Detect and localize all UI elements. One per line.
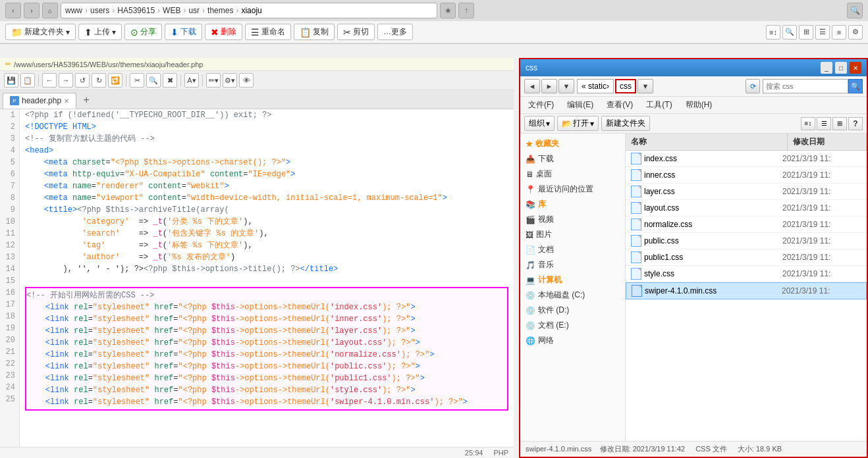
menu-view[interactable]: 查看(V) [603,98,637,112]
fe-forward-btn[interactable]: ► [541,79,557,93]
file-row-public1-css[interactable]: public1.css 2021/3/19 11: [626,249,867,266]
file-row-index-css[interactable]: index.css 2021/3/19 11: [626,151,867,167]
app-window: ‹ › ⌂ www › users › HA539615 › WEB › usr… [0,0,868,458]
search-toolbar-btn[interactable]: 🔍 [782,25,797,39]
col-date-header[interactable]: 修改日期 [788,134,867,150]
tree-recent[interactable]: 📍 最近访问的位置 [520,182,625,197]
file-row-inner-css[interactable]: inner.css 2021/3/19 11: [626,167,867,184]
nav-up-btn[interactable]: ↑ [458,3,474,18]
fe-path-dropdown-btn[interactable]: ▼ [637,79,653,93]
fe-new-folder-btn[interactable]: 新建文件夹 [601,116,650,131]
fe-search-input[interactable] [763,79,848,93]
tree-music[interactable]: 🎵 音乐 [520,257,625,272]
file-row-public-css[interactable]: public.css 2021/3/19 11: [626,233,867,249]
share-btn[interactable]: ⊙ 分享 [124,24,162,40]
bookmark2-btn[interactable]: ✂ [130,73,144,88]
tree-pictures[interactable]: 🖼 图片 [520,227,625,242]
tab-header-php[interactable]: P header.php ✕ [3,93,76,109]
file-date-3: 2021/3/19 11: [782,203,861,213]
fe-path-static[interactable]: « static › [577,79,614,93]
file-row-style-css[interactable]: style.css 2021/3/19 11: [626,266,867,282]
nav-home-btn[interactable]: ⌂ [42,3,58,18]
file-row-layout-css[interactable]: layout.css 2021/3/19 11: [626,200,867,216]
undo2-btn[interactable]: ↺ [75,73,90,88]
organize-btn[interactable]: 组织 ▾ [524,116,555,131]
folder-icon: 📁 [11,27,22,38]
code-content[interactable]: <?php if (!defined('__TYPECHO_ROOT_DIR__… [20,109,514,447]
preview-btn[interactable]: 👁 [239,73,254,88]
tab-close-btn[interactable]: ✕ [64,97,69,105]
address-bar[interactable]: www › users › HA539615 › WEB › usr › the… [61,3,437,18]
fe-search-submit-btn[interactable]: 🔍 [848,79,863,93]
code-line-7: <meta name="renderer" content="webkit"> [25,180,508,192]
new-folder-btn[interactable]: 📁 新建文件夹 ▾ [5,24,76,40]
file-row-swiper-css[interactable]: swiper-4.1.0.min.css 2021/3/19 11: [626,282,867,299]
settings-toolbar-btn[interactable]: ⚙ [848,25,863,39]
tree-downloads[interactable]: 📥 下载 [520,151,625,166]
tree-documents[interactable]: 📄 文档 [520,242,625,257]
download-btn[interactable]: ⬇ 下载 [165,24,202,40]
tree-disk-c[interactable]: 💿 本地磁盘 (C:) [520,288,625,303]
col-name-header[interactable]: 名称 [626,134,788,150]
fe-dropdown-btn[interactable]: ▼ [558,79,574,93]
list-view-btn[interactable]: ☰ [815,25,830,39]
tree-network[interactable]: 🌐 网络 [520,333,625,348]
addr-xiaoju: xiaoju [241,6,261,15]
undo-btn[interactable]: ← [42,73,57,88]
file-name-public1-css: public1.css [631,251,782,263]
delete-btn[interactable]: ✖ 删除 [205,24,242,40]
copy-btn[interactable]: 📋 复制 [294,24,335,40]
rename-btn[interactable]: ☰ 重命名 [245,24,291,40]
refresh-btn[interactable]: 🔁 [108,73,122,88]
minimize-btn[interactable]: _ [821,62,832,74]
open-btn[interactable]: 📂 打开 ▾ [557,116,599,131]
fe-path-css[interactable]: css [615,79,636,93]
file-row-layer-css[interactable]: layer.css 2021/3/19 11: [626,184,867,200]
detail-view-btn[interactable]: ≡ [832,25,846,39]
tree-disk-e[interactable]: 💿 文档 (E:) [520,318,625,333]
upload-btn[interactable]: ⬆ 上传 ▾ [78,24,122,40]
paste-btn[interactable]: 📋 [20,73,35,88]
close2-btn[interactable]: ✖ [163,73,177,88]
menu-tools[interactable]: 工具(T) [642,98,676,112]
cut-btn[interactable]: ✂ 剪切 [337,24,375,40]
format-btn[interactable]: ✏▾ [206,73,221,88]
tree-disk-d[interactable]: 💿 软件 (D:) [520,303,625,318]
view-grid-btn[interactable]: ⊞ [832,117,847,130]
view-detail-btn[interactable]: ≡↕ [801,117,815,130]
sort-btn[interactable]: ≡↕ [766,25,780,39]
search-btn[interactable]: 🔍 [847,3,863,18]
addr-web: WEB [163,6,180,15]
line-numbers: 1 2 3 4 5 6 7 8 9 10 11 12 13 14 15 16 1… [0,109,20,447]
font-btn[interactable]: A▾ [184,73,199,88]
tree-video[interactable]: 🎬 视频 [520,212,625,227]
browser-nav: ‹ › ⌂ www › users › HA539615 › WEB › usr… [0,0,868,21]
menu-edit[interactable]: 编辑(E) [563,98,597,112]
tree-desktop[interactable]: 🖥 桌面 [520,166,625,182]
help-btn[interactable]: ? [848,117,863,130]
redo-back-btn[interactable]: → [59,73,73,88]
settings2-btn[interactable]: ⚙▾ [223,73,237,88]
bookmark-btn[interactable]: ★ [440,3,456,18]
fe-refresh-btn[interactable]: ⟳ [746,79,760,93]
menu-file[interactable]: 文件(F) [524,98,558,112]
maximize-btn[interactable]: □ [835,62,847,74]
ftp-toolbar: 📁 新建文件夹 ▾ ⬆ 上传 ▾ ⊙ 分享 ⬇ 下载 ✖ 删除 ☰ [0,21,868,43]
view-list-btn[interactable]: ☰ [817,117,831,130]
code-editor[interactable]: 1 2 3 4 5 6 7 8 9 10 11 12 13 14 15 16 1… [0,109,514,447]
redo-btn[interactable]: ↻ [92,73,106,88]
menu-help[interactable]: 帮助(H) [682,98,717,112]
grid-view-btn[interactable]: ⊞ [799,25,813,39]
save-btn[interactable]: 💾 [4,73,18,88]
nav-forward-btn[interactable]: › [24,3,40,18]
code-line-1: <?php if (!defined('__TYPECHO_ROOT_DIR__… [25,109,508,121]
more-btn[interactable]: …更多 [377,24,413,40]
fe-back-btn[interactable]: ◄ [524,79,540,93]
css-file-icon [631,202,641,214]
close-window-btn[interactable]: ✕ [850,62,861,74]
find-btn[interactable]: 🔍 [146,73,161,88]
add-tab-btn[interactable]: + [79,93,94,107]
nav-back-btn[interactable]: ‹ [5,3,21,18]
code-line-2: <!DOCTYPE HTML> [25,121,508,133]
file-row-normalize-css[interactable]: normalize.css 2021/3/19 11: [626,216,867,233]
